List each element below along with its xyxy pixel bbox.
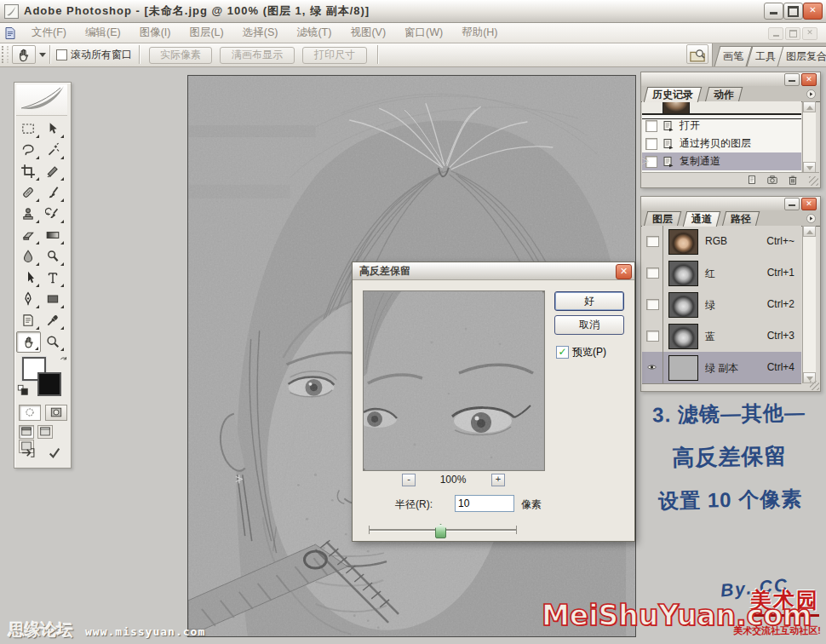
menu-view[interactable]: 视图(V)	[341, 23, 395, 43]
standard-mode-button[interactable]	[19, 405, 41, 421]
eraser-tool[interactable]	[16, 225, 41, 246]
file-browser-button[interactable]	[686, 44, 708, 64]
history-pointer-icon[interactable]: ▷	[642, 155, 648, 166]
tab-channels[interactable]: 通道	[683, 211, 720, 227]
eyedropper-tool[interactable]	[41, 310, 66, 331]
visibility-column[interactable]	[642, 352, 663, 383]
channel-row-green-copy[interactable]: 绿 副本 Ctrl+4	[642, 352, 801, 384]
cancel-button[interactable]: 取消	[554, 315, 624, 335]
channel-row-rgb[interactable]: RGB Ctrl+~	[642, 226, 801, 258]
hand-tool[interactable]	[16, 331, 41, 353]
type-tool[interactable]	[41, 267, 66, 289]
history-item-open[interactable]: 打开	[642, 117, 801, 135]
brush-tool[interactable]	[41, 182, 66, 204]
visibility-column[interactable]	[642, 226, 663, 257]
history-item-layer-via-copy[interactable]: 通过拷贝的图层	[642, 135, 801, 152]
ok-button[interactable]: 好	[554, 291, 624, 311]
dialog-close-icon[interactable]: ✕	[616, 264, 632, 279]
menu-image[interactable]: 图像(I)	[130, 23, 181, 43]
menu-select[interactable]: 选择(S)	[233, 23, 288, 43]
scroll-up-icon[interactable]	[803, 101, 816, 112]
menu-layer[interactable]: 图层(L)	[180, 23, 232, 43]
delete-state-icon[interactable]	[787, 174, 799, 186]
zoom-tool[interactable]	[41, 331, 66, 353]
tab-layers[interactable]: 图层	[644, 211, 681, 227]
new-snapshot-icon[interactable]	[766, 174, 778, 186]
channel-row-red[interactable]: 红 Ctrl+1	[642, 257, 801, 290]
visibility-column[interactable]	[642, 320, 663, 352]
channel-row-green[interactable]: 绿 Ctrl+2	[642, 289, 801, 321]
palette-well-tab-layer-comps[interactable]: 图层复合	[777, 46, 826, 66]
history-state-icon	[662, 137, 675, 151]
scroll-up-icon[interactable]	[803, 226, 816, 237]
quickmask-mode-button[interactable]	[45, 405, 67, 421]
filter-preview[interactable]	[363, 290, 545, 471]
tool-preset-dropdown-icon[interactable]	[39, 53, 46, 57]
options-bar-grip[interactable]	[2, 46, 9, 63]
history-snapshot-partial[interactable]	[642, 101, 801, 113]
radius-slider[interactable]	[369, 523, 517, 537]
slice-tool[interactable]	[41, 161, 66, 182]
preview-checkbox[interactable]: ✓	[556, 346, 569, 359]
lasso-tool[interactable]	[16, 140, 41, 161]
scroll-all-windows-checkbox[interactable]	[56, 49, 67, 60]
palette-close-button[interactable]: ✕	[801, 73, 817, 86]
menu-filter[interactable]: 滤镜(T)	[287, 23, 341, 43]
close-button[interactable]: ✕	[803, 3, 823, 20]
background-color-swatch[interactable]	[37, 372, 61, 396]
eye-icon[interactable]	[645, 362, 659, 372]
history-source-well[interactable]	[645, 120, 657, 132]
visibility-column[interactable]	[642, 289, 663, 320]
palette-minimize-button[interactable]	[784, 198, 800, 210]
menu-edit[interactable]: 编辑(E)	[76, 23, 130, 43]
tab-history[interactable]: 历史记录	[644, 87, 702, 102]
resize-grip[interactable]	[810, 381, 819, 390]
radius-input[interactable]	[455, 495, 514, 512]
history-item-duplicate-channel[interactable]: ▷ 复制通道	[642, 152, 801, 170]
swap-colors-icon[interactable]	[59, 355, 70, 366]
visibility-column[interactable]	[642, 257, 663, 289]
palette-menu-icon[interactable]	[806, 213, 817, 224]
shape-tool[interactable]	[41, 289, 66, 310]
history-brush-tool[interactable]	[41, 204, 66, 225]
move-tool[interactable]	[41, 118, 66, 140]
channel-row-blue[interactable]: 蓝 Ctrl+3	[642, 320, 801, 353]
dialog-titlebar[interactable]: 高反差保留	[353, 262, 634, 280]
resize-grip[interactable]	[809, 176, 818, 186]
dodge-tool[interactable]	[41, 246, 66, 267]
tutorial-annotation: 3. 滤镜—其他— 高反差保留 设置 10 个像素	[636, 399, 824, 530]
pen-tool[interactable]	[16, 289, 41, 310]
annotation-line: 设置 10 个像素	[637, 485, 823, 515]
blur-tool[interactable]	[16, 246, 41, 267]
palette-minimize-button[interactable]	[784, 73, 800, 86]
rect-marquee-tool[interactable]	[16, 118, 41, 140]
pathselect-tool[interactable]	[16, 267, 41, 289]
magic-wand-tool[interactable]	[41, 140, 66, 161]
stamp-tool[interactable]	[16, 204, 41, 225]
menu-help[interactable]: 帮助(H)	[452, 23, 507, 43]
commit-check-icon[interactable]	[46, 446, 66, 462]
slider-thumb[interactable]	[435, 524, 446, 538]
channels-scrollbar[interactable]	[802, 226, 816, 383]
default-colors-icon[interactable]	[17, 384, 29, 396]
history-source-well[interactable]	[645, 138, 657, 150]
gradient-tool[interactable]	[41, 225, 66, 246]
maximize-button[interactable]	[783, 3, 803, 20]
edit-in-imageready-button[interactable]	[20, 446, 40, 462]
palette-menu-icon[interactable]	[806, 89, 817, 100]
palette-close-button[interactable]: ✕	[801, 198, 817, 210]
zoom-in-button[interactable]: +	[491, 474, 505, 486]
standard-screen-button[interactable]	[19, 425, 34, 439]
tab-actions[interactable]: 动作	[705, 87, 743, 102]
crop-tool[interactable]	[16, 161, 41, 182]
healing-tool[interactable]	[16, 182, 41, 204]
minimize-button[interactable]	[764, 3, 783, 20]
history-scrollbar[interactable]	[802, 101, 816, 173]
menu-window[interactable]: 窗口(W)	[395, 23, 452, 43]
menu-file[interactable]: 文件(F)	[22, 23, 76, 43]
new-document-from-state-icon[interactable]	[746, 174, 758, 186]
notes-tool[interactable]	[16, 310, 41, 331]
fullscreen-menu-button[interactable]	[37, 425, 53, 439]
hand-tool-option-button[interactable]	[12, 45, 36, 64]
tab-paths[interactable]: 路径	[722, 211, 760, 227]
